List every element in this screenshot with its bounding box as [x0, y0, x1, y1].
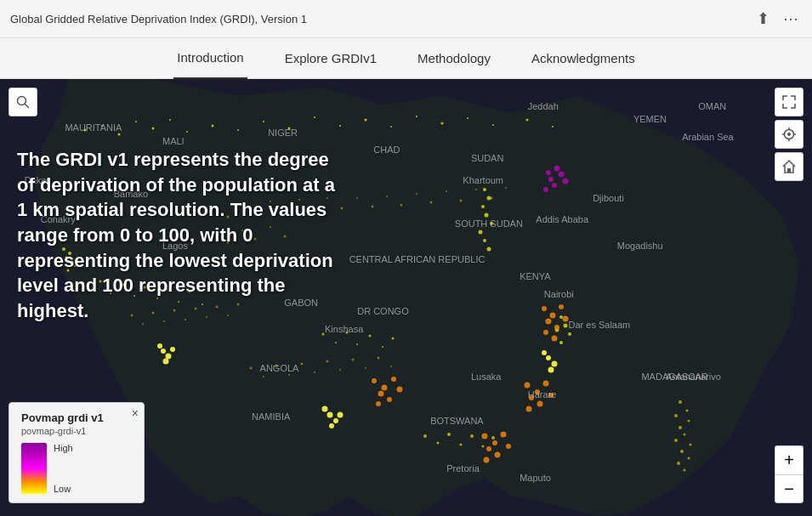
- svg-point-100: [552, 183, 557, 188]
- svg-point-157: [275, 366, 278, 368]
- svg-point-77: [391, 377, 396, 382]
- svg-point-91: [501, 432, 507, 438]
- svg-point-173: [674, 439, 678, 442]
- svg-point-74: [552, 336, 558, 342]
- nav-item-methodology[interactable]: Methodology: [414, 38, 494, 79]
- svg-point-18: [467, 117, 468, 119]
- svg-point-19: [492, 124, 494, 126]
- legend-panel: × Povmap grdi v1 povmap-grdi-v1 High Low: [9, 402, 145, 503]
- svg-point-58: [382, 346, 383, 348]
- zoom-out-button[interactable]: −: [775, 474, 803, 503]
- expand-button[interactable]: [775, 88, 803, 116]
- svg-point-66: [491, 436, 495, 439]
- svg-point-20: [526, 119, 529, 122]
- svg-point-175: [680, 450, 684, 453]
- search-button[interactable]: [9, 88, 37, 116]
- svg-point-137: [505, 187, 507, 189]
- svg-point-168: [686, 410, 689, 412]
- nav-item-introduction[interactable]: Introduction: [173, 38, 247, 79]
- description-overlay: The GRDI v1 represents the degree of dep…: [17, 147, 340, 324]
- svg-point-78: [378, 391, 384, 397]
- svg-point-162: [339, 369, 341, 371]
- svg-point-94: [506, 444, 511, 449]
- legend-high-label: High: [54, 443, 73, 453]
- svg-point-97: [554, 166, 560, 172]
- svg-point-15: [390, 126, 392, 128]
- svg-point-11: [288, 128, 291, 130]
- svg-point-129: [386, 196, 388, 197]
- svg-point-86: [537, 401, 543, 407]
- svg-point-127: [356, 197, 358, 199]
- svg-point-99: [559, 172, 565, 178]
- svg-point-95: [484, 457, 490, 463]
- svg-point-34: [483, 239, 486, 242]
- svg-point-56: [356, 343, 358, 345]
- svg-point-172: [684, 434, 686, 436]
- svg-point-54: [335, 342, 337, 343]
- svg-point-31: [485, 213, 489, 218]
- svg-line-180: [26, 105, 29, 108]
- svg-point-101: [563, 179, 569, 184]
- svg-point-33: [479, 230, 483, 235]
- svg-point-8: [212, 125, 214, 128]
- description-text: The GRDI v1 represents the degree of dep…: [17, 147, 340, 324]
- svg-point-71: [554, 325, 559, 330]
- svg-point-59: [392, 337, 395, 340]
- svg-point-2: [101, 125, 103, 127]
- svg-point-60: [423, 434, 427, 438]
- svg-point-73: [543, 330, 548, 335]
- svg-point-167: [679, 400, 682, 404]
- share-button[interactable]: ⬆: [753, 6, 773, 31]
- svg-point-98: [548, 177, 554, 182]
- svg-point-30: [481, 205, 485, 208]
- header-title: Global Gridded Relative Deprivation Inde…: [10, 13, 307, 26]
- svg-point-110: [322, 406, 328, 412]
- svg-point-14: [365, 119, 367, 122]
- svg-point-177: [677, 462, 680, 465]
- svg-point-126: [341, 207, 344, 210]
- svg-point-107: [170, 347, 175, 352]
- legend-close-button[interactable]: ×: [132, 407, 139, 419]
- zoom-in-button[interactable]: +: [775, 445, 803, 474]
- svg-point-89: [482, 434, 488, 439]
- svg-point-70: [546, 319, 552, 325]
- svg-point-9: [237, 129, 239, 131]
- zoom-controls: + −: [775, 445, 803, 503]
- svg-point-131: [416, 193, 417, 195]
- svg-point-5: [152, 128, 155, 130]
- svg-point-116: [548, 367, 554, 373]
- svg-point-88: [526, 406, 532, 412]
- svg-point-65: [482, 445, 485, 448]
- more-button[interactable]: ⋯: [780, 6, 802, 31]
- svg-point-104: [166, 354, 172, 360]
- svg-point-103: [161, 349, 166, 354]
- svg-point-161: [327, 360, 329, 363]
- map: MAURITANIAMALINIGERCHADSUDANYEMENOMANAra…: [0, 79, 812, 516]
- svg-point-57: [369, 335, 372, 337]
- svg-point-158: [288, 374, 290, 376]
- svg-point-80: [397, 387, 403, 393]
- nav-item-explore-grdiv1[interactable]: Explore GRDIv1: [281, 38, 380, 79]
- svg-point-165: [378, 357, 380, 360]
- svg-point-28: [483, 188, 486, 191]
- svg-point-21: [552, 126, 554, 128]
- svg-point-93: [495, 452, 501, 458]
- svg-point-53: [322, 333, 325, 336]
- svg-point-40: [559, 341, 563, 344]
- home-button[interactable]: [775, 152, 803, 181]
- svg-point-132: [430, 201, 433, 204]
- nav-item-acknowledgments[interactable]: Acknowledgments: [528, 38, 639, 79]
- svg-point-114: [552, 361, 558, 367]
- svg-point-134: [460, 200, 463, 202]
- svg-point-109: [333, 418, 338, 423]
- svg-point-3: [118, 133, 121, 136]
- svg-point-64: [470, 434, 474, 438]
- svg-point-16: [416, 116, 417, 117]
- svg-point-84: [543, 381, 549, 387]
- svg-point-36: [559, 315, 563, 319]
- legend-low-label: Low: [54, 484, 73, 494]
- svg-point-87: [548, 393, 554, 398]
- svg-point-133: [446, 190, 447, 192]
- location-button[interactable]: [775, 120, 803, 149]
- svg-point-159: [301, 363, 304, 366]
